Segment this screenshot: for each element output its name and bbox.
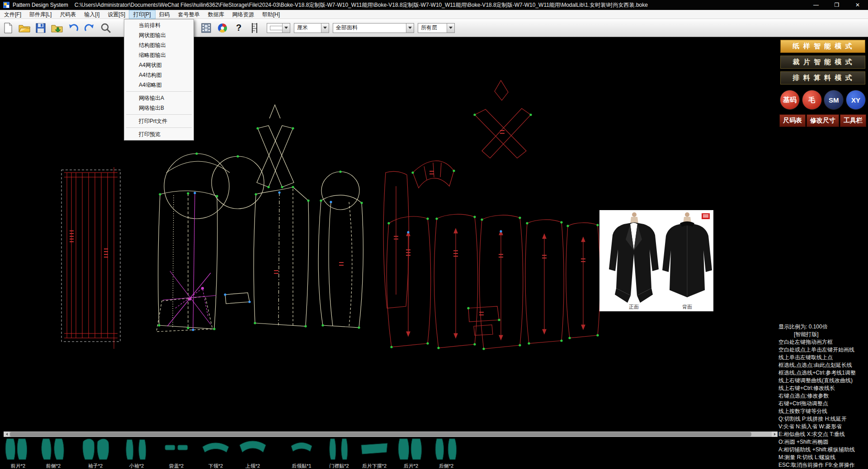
hint-line: Q:切割线 P:线拼接 H:线延开: [778, 415, 868, 423]
piece-thumb-sleeve[interactable]: 袖子*2: [79, 438, 112, 469]
hint-line: 线上单击左键取线上点: [778, 354, 868, 361]
modify-size-button[interactable]: 修改尺寸: [807, 114, 839, 127]
mode-marker-smart[interactable]: 排 料 算 料 模 式: [780, 71, 865, 84]
menu-item-thumbnail-output[interactable]: 缩略图输出: [124, 50, 193, 60]
hint-line: 空白处或点上单击左键开始画线: [778, 346, 868, 354]
help-button[interactable]: ?: [231, 20, 247, 36]
menu-item-a4-net[interactable]: A4网状图: [124, 60, 193, 70]
piece-thumb-front[interactable]: 前片*2: [2, 438, 34, 469]
menu-item-structure-diagram-output[interactable]: 结构图输出: [124, 40, 193, 50]
app-title: Pattern Design System: [13, 2, 68, 8]
piece-thumb-front-facing[interactable]: 门襟贴*2: [323, 438, 355, 469]
ruler-tool-button[interactable]: [247, 20, 263, 36]
mode-status: [智能打版]: [778, 331, 868, 338]
toolbox-button[interactable]: 工具栏: [840, 114, 866, 127]
node-dots: [158, 113, 599, 350]
menu-item-current-nesting[interactable]: 当前排料: [124, 20, 193, 30]
layer-value: 所有层: [421, 24, 437, 32]
hint-line: A:相切辅助线 +Shift:横纵辅助线: [778, 446, 868, 454]
hint-line: 框选线,点选点:由此点划延长线: [778, 361, 868, 369]
scroll-right-icon[interactable]: [772, 431, 778, 437]
open-folder-icon: [19, 23, 30, 33]
menu-item-network-output-a[interactable]: 网络输出A: [124, 93, 193, 103]
fabric-combo[interactable]: 全部面料: [333, 23, 414, 33]
scroll-left-icon[interactable]: [4, 431, 9, 437]
menu-grading[interactable]: 归码: [155, 10, 174, 19]
scrollbar-thumb[interactable]: [10, 432, 751, 436]
piece-thumb-upper-collar[interactable]: 上领*2: [236, 438, 269, 469]
mode-pattern-smart[interactable]: 纸 样 智 能 模 式: [780, 40, 865, 53]
menu-item-a4-thumbnail[interactable]: A4缩略图: [124, 80, 193, 90]
ruler-icon: [250, 22, 260, 34]
piece-thumb-back-side[interactable]: 后侧*2: [430, 438, 462, 469]
piece-thumb-front-side[interactable]: 前侧*2: [37, 438, 70, 469]
piece-thumb-back-neck-facing[interactable]: 后领贴*1: [285, 438, 318, 469]
open-file-button[interactable]: [16, 20, 33, 36]
menu-size-table[interactable]: 尺码表: [56, 10, 80, 19]
sm-button[interactable]: SM: [824, 90, 844, 110]
color-wheel-button[interactable]: [214, 20, 231, 36]
minimize-button[interactable]: —: [806, 0, 826, 10]
combo-arrow-icon[interactable]: [321, 23, 329, 33]
hint-line: 右键+Ctrl拖动调整点: [778, 400, 868, 408]
hint-line: O:画圆 +Shift:画椭圆: [778, 438, 868, 446]
fashion-photo: 正面 背面: [599, 210, 713, 311]
brand-logo: [702, 213, 710, 219]
menu-help[interactable]: 帮助[H]: [258, 10, 284, 19]
red-pattern-group: [274, 80, 600, 349]
piece-thumb-back-hem[interactable]: 后片下摆*2: [358, 438, 391, 469]
combo-arrow-icon[interactable]: [447, 23, 454, 33]
color-wheel-icon: [217, 23, 228, 33]
menu-item-print-prt-file[interactable]: 打印Prt文件: [124, 116, 193, 126]
menu-set-order[interactable]: 套号整单: [174, 10, 204, 19]
close-button[interactable]: ✕: [847, 0, 868, 10]
menu-parts-library[interactable]: 部件库[L]: [25, 10, 56, 19]
unit-value: 厘米: [297, 24, 308, 32]
pattern-canvas[interactable]: 正面 背面: [4, 37, 778, 437]
new-file-button[interactable]: [0, 20, 16, 36]
line-style-combo[interactable]: [267, 23, 290, 33]
filmstrip-icon: [201, 23, 212, 33]
xy-button[interactable]: XY: [846, 90, 866, 110]
piece-thumb-back[interactable]: 后片*2: [395, 438, 427, 469]
save-button[interactable]: [33, 20, 49, 36]
unit-combo[interactable]: 厘米: [294, 23, 329, 33]
layer-combo[interactable]: 所有层: [418, 23, 455, 33]
base-size-button[interactable]: 基码: [780, 90, 800, 110]
hint-line: 框选线,点选线+Ctrl:参考线1调整: [778, 369, 868, 377]
hint-panel: 显示比例为: 0.100倍 [智能打版] 空白处左键拖动画方框 空白处或点上单击…: [778, 323, 868, 469]
menu-item-network-output-b[interactable]: 网络输出B: [124, 103, 193, 113]
piece-thumb-pocket-flap[interactable]: 袋盖*2: [160, 438, 193, 469]
redo-button[interactable]: [81, 20, 98, 36]
menu-file[interactable]: 文件[F]: [0, 10, 25, 19]
menu-database[interactable]: 数据库: [204, 10, 228, 19]
hint-line: 线上右键+Ctrl:修改线长: [778, 385, 868, 392]
mode-piece-smart[interactable]: 裁 片 智 能 模 式: [780, 56, 865, 69]
menu-print[interactable]: 打印[P]: [129, 10, 155, 19]
menu-input[interactable]: 输入[I]: [80, 10, 104, 19]
small-button-row: 尺码表 修改尺寸 工具栏: [778, 110, 868, 127]
menu-settings[interactable]: 设置[S]: [104, 10, 129, 19]
menu-network-resources[interactable]: 网络资源: [228, 10, 258, 19]
menu-item-a4-structure[interactable]: A4结构图: [124, 70, 193, 80]
menu-item-print-preview[interactable]: 打印预览: [124, 129, 193, 139]
horizontal-scrollbar[interactable]: [4, 431, 778, 437]
piece-thumb-under-collar[interactable]: 下领*2: [199, 438, 232, 469]
menu-item-net-diagram-output[interactable]: 网状图输出: [124, 30, 193, 40]
hint-line: 线上右键调整曲线(直线改曲线): [778, 377, 868, 385]
size-table-button[interactable]: 尺码表: [779, 114, 806, 127]
zoom-button[interactable]: [98, 20, 114, 36]
window-controls: — ❐ ✕: [806, 0, 868, 10]
menu-separator: [126, 114, 192, 115]
magenta-lines: [163, 193, 216, 330]
fabric-value: 全部面料: [336, 24, 358, 32]
seam-allowance-button[interactable]: 毛: [802, 90, 822, 110]
import-button[interactable]: [49, 20, 65, 36]
piece-thumb-under-sleeve[interactable]: 小袖*2: [120, 438, 153, 469]
combo-arrow-icon[interactable]: [406, 23, 414, 33]
undo-button[interactable]: [65, 20, 81, 36]
hint-line: 右键点选点:修改参数: [778, 392, 868, 400]
restore-button[interactable]: ❐: [826, 0, 847, 10]
combo-arrow-icon[interactable]: [282, 23, 290, 33]
film-tool-button[interactable]: [198, 20, 214, 36]
